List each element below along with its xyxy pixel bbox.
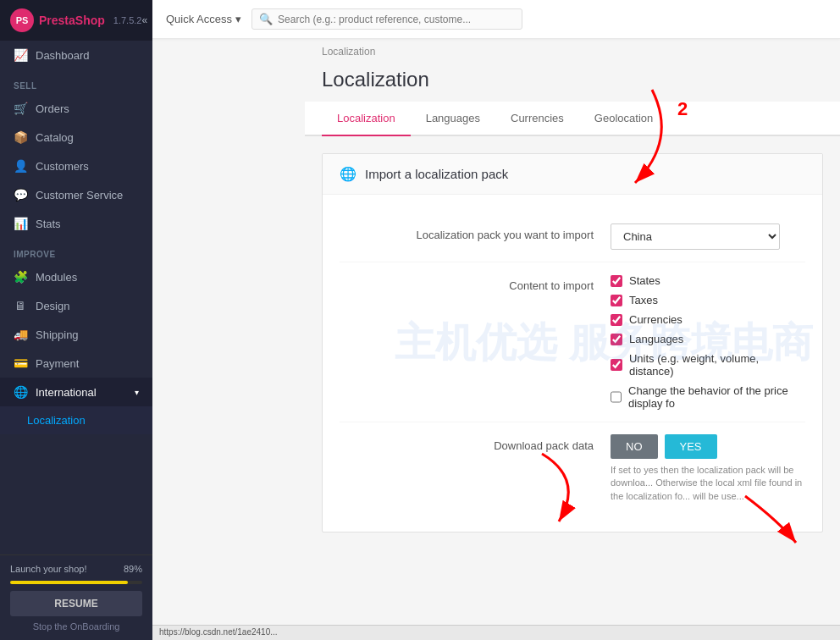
localization-submenu-label: Localization	[27, 414, 86, 427]
international-submenu: Localization	[0, 406, 152, 434]
checkbox-states[interactable]: States	[611, 274, 805, 287]
checkbox-currencies-label: Currencies	[629, 313, 682, 326]
sidebar-item-modules[interactable]: 🧩 Modules	[0, 262, 152, 291]
sidebar-header: PS PrestaShop 1.7.5.2 «	[0, 0, 152, 41]
checkbox-units[interactable]: Units (e.g. weight, volume, distance)	[611, 352, 805, 378]
tab-geolocation[interactable]: Geolocation	[579, 102, 668, 136]
stop-onboarding-button[interactable]: Stop the OnBoarding	[10, 621, 142, 632]
quick-access-button[interactable]: Quick Access ▾	[166, 13, 241, 25]
checkbox-languages-label: Languages	[629, 333, 683, 345]
checkbox-price-display-label: Change the behavior of the price display…	[628, 384, 805, 410]
card-header: 🌐 Import a localization pack	[323, 154, 822, 195]
checkbox-languages-input[interactable]	[611, 334, 622, 345]
search-bar[interactable]: 🔍	[251, 8, 522, 30]
checkbox-price-display[interactable]: Change the behavior of the price display…	[611, 384, 805, 410]
form-row-download: Download pack data NO YES If set to yes …	[340, 422, 805, 515]
catalog-icon: 📦	[14, 130, 27, 144]
form-row-pack: Localization pack you want to import Chi…	[340, 212, 805, 262]
download-control: NO YES If set to yes then the localizati…	[611, 434, 805, 503]
quick-access-chevron: ▾	[235, 13, 241, 25]
catalog-label: Catalog	[36, 131, 74, 144]
checkbox-group: States Taxes Currencies	[611, 274, 805, 410]
dashboard-label: Dashboard	[36, 49, 90, 62]
orders-icon: 🛒	[14, 102, 27, 115]
tab-languages[interactable]: Languages	[411, 102, 495, 136]
main-content: Localization Localization Localization L…	[305, 39, 840, 640]
content-control: States Taxes Currencies	[611, 274, 805, 410]
checkbox-taxes-label: Taxes	[629, 294, 658, 306]
shipping-label: Shipping	[36, 328, 79, 341]
checkbox-taxes-input[interactable]	[611, 295, 622, 306]
pack-select[interactable]: China	[611, 223, 780, 250]
stats-label: Stats	[36, 218, 61, 230]
tab-localization[interactable]: Localization	[322, 102, 411, 136]
sidebar-nav: 📈 Dashboard SELL 🛒 Orders 📦 Catalog 👤 Cu…	[0, 41, 152, 554]
design-icon: 🖥	[14, 299, 27, 312]
sidebar: PS PrestaShop 1.7.5.2 « 📈 Dashboard SELL…	[0, 0, 152, 640]
sidebar-item-customers[interactable]: 👤 Customers	[0, 152, 152, 180]
card-title: Import a localization pack	[365, 167, 508, 181]
checkbox-units-label: Units (e.g. weight, volume, distance)	[629, 352, 805, 378]
import-localization-card: 主机优选 服务跨境电商 助力中企 🌐 Import a localization…	[322, 153, 823, 532]
sidebar-item-localization[interactable]: Localization	[0, 406, 152, 434]
sidebar-item-orders[interactable]: 🛒 Orders	[0, 94, 152, 123]
checkbox-units-input[interactable]	[611, 359, 622, 371]
app-version: 1.7.5.2	[113, 15, 142, 25]
sidebar-item-international[interactable]: 🌐 International ▾	[0, 378, 152, 406]
download-yes-button[interactable]: YES	[665, 434, 717, 459]
pack-control: China	[611, 223, 805, 250]
section-sell: SELL	[0, 69, 152, 94]
content-label: Content to import	[340, 274, 611, 292]
customer-service-icon: 💬	[14, 188, 27, 201]
sidebar-item-stats[interactable]: 📊 Stats	[0, 209, 152, 238]
card-body: Localization pack you want to import Chi…	[323, 195, 822, 532]
globe-icon: 🌐	[340, 166, 356, 182]
progress-bar-fill	[10, 581, 128, 584]
customer-service-label: Customer Service	[36, 189, 123, 201]
checkbox-states-label: States	[629, 274, 660, 287]
url-bar: https://blog.csdn.net/1ae2410...	[152, 625, 840, 640]
launch-shop-progress: 89%	[124, 564, 142, 574]
customers-label: Customers	[36, 160, 89, 173]
orders-label: Orders	[36, 102, 69, 115]
stats-icon: 📊	[14, 217, 27, 230]
modules-label: Modules	[36, 271, 77, 284]
topbar: Quick Access ▾ 🔍	[152, 0, 840, 39]
breadcrumb: Localization	[305, 39, 840, 61]
tabs-bar: Localization Languages Currencies Geoloc…	[305, 102, 840, 136]
search-input[interactable]	[278, 14, 515, 25]
download-no-button[interactable]: NO	[611, 434, 658, 459]
resume-button[interactable]: RESUME	[10, 591, 142, 616]
payment-icon: 💳	[14, 356, 27, 370]
checkbox-states-input[interactable]	[611, 275, 622, 287]
checkbox-currencies-input[interactable]	[611, 314, 622, 326]
search-icon: 🔍	[259, 13, 273, 25]
download-help-text: If set to yes then the localization pack…	[611, 464, 805, 503]
prestashop-logo: PS	[10, 8, 34, 32]
sidebar-item-catalog[interactable]: 📦 Catalog	[0, 123, 152, 152]
app-name: PrestaShop	[39, 14, 105, 27]
sidebar-collapse-button[interactable]: «	[141, 14, 147, 26]
modules-icon: 🧩	[14, 270, 27, 284]
international-label: International	[36, 386, 97, 399]
checkbox-languages[interactable]: Languages	[611, 333, 805, 345]
sidebar-item-payment[interactable]: 💳 Payment	[0, 349, 152, 378]
sidebar-item-design[interactable]: 🖥 Design	[0, 291, 152, 320]
international-chevron: ▾	[135, 388, 139, 397]
checkbox-currencies[interactable]: Currencies	[611, 313, 805, 326]
sidebar-item-customer-service[interactable]: 💬 Customer Service	[0, 180, 152, 209]
content-area: 主机优选 服务跨境电商 助力中企 🌐 Import a localization…	[305, 136, 840, 563]
logo-area: PS PrestaShop 1.7.5.2	[10, 8, 141, 32]
page-title: Localization	[322, 68, 823, 91]
tab-currencies[interactable]: Currencies	[495, 102, 579, 136]
launch-shop-label: Launch your shop!	[10, 564, 87, 574]
launch-shop-row: Launch your shop! 89%	[10, 564, 142, 574]
sidebar-item-dashboard[interactable]: 📈 Dashboard	[0, 41, 152, 69]
international-icon: 🌐	[14, 385, 27, 399]
page-header: Localization	[305, 61, 840, 102]
sidebar-item-shipping[interactable]: 🚚 Shipping	[0, 320, 152, 349]
checkbox-price-display-input[interactable]	[611, 391, 622, 403]
checkbox-taxes[interactable]: Taxes	[611, 294, 805, 306]
design-label: Design	[36, 300, 69, 312]
pack-label: Localization pack you want to import	[340, 223, 611, 241]
